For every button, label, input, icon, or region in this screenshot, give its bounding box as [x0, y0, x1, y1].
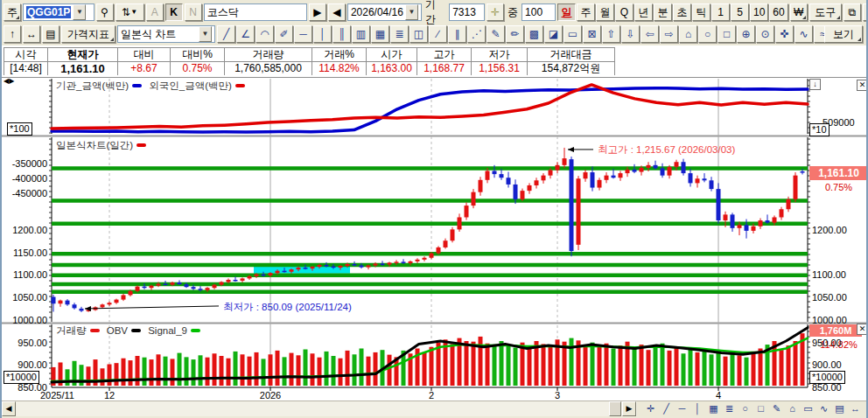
fit-width-icon[interactable]: ↔ [23, 25, 40, 43]
date-dropdown-icon[interactable]: ▼ [405, 4, 418, 20]
axis-label: 850.00 [812, 382, 858, 393]
timeframe-1-button[interactable]: 1 [711, 3, 730, 21]
price-indicator-button[interactable]: 가격지표 [61, 25, 116, 43]
horizontal-line-icon[interactable]: ─ [294, 25, 312, 43]
timeframe-일-button[interactable]: 일 [557, 3, 576, 21]
timeframe-년-button[interactable]: 년 [634, 3, 653, 21]
trendline-icon[interactable]: ╱ [217, 25, 235, 43]
wave1-icon[interactable]: ∿ [794, 25, 813, 43]
fit-icon[interactable]: ↔ [848, 401, 863, 416]
exit-icon[interactable]: ⌂ [679, 25, 697, 43]
horizontal-scrollbar[interactable]: ◀ ▶ [2, 401, 637, 416]
scroll-thumb[interactable] [609, 401, 621, 416]
count-input[interactable]: 100 [522, 3, 556, 21]
scroll-left-button[interactable]: ◀ [2, 401, 16, 416]
rect-icon[interactable]: □ [718, 25, 736, 43]
up-arrow-icon[interactable]: ↑ [4, 25, 21, 43]
axis-label: 1050.00 [812, 292, 858, 303]
close-volume-icon[interactable]: ✕ [857, 324, 868, 335]
crosshair-icon[interactable]: ✛ [643, 401, 658, 416]
timeframe-분-button[interactable]: 분 [654, 3, 672, 21]
indicator-edit-icon[interactable]: ▤ [42, 25, 60, 43]
institution-line-marker [132, 84, 142, 87]
symbol-code-input[interactable]: QGG01P▼ [23, 3, 94, 21]
parallel-lines-icon[interactable]: ∥ [448, 25, 466, 43]
pencil-icon[interactable]: ✎ [486, 25, 505, 43]
arrow-up-icon[interactable]: ⇧ [602, 25, 620, 43]
open-chart-icon[interactable]: ⧉ [844, 3, 861, 21]
delete-x-icon[interactable]: ⊠ [583, 25, 601, 43]
align-list-icon[interactable]: ≣ [722, 401, 737, 416]
quote-value: [14:48] [4, 62, 47, 75]
timeframe-Q-button[interactable]: Q [615, 3, 634, 21]
horizontal-line-icon[interactable]: ─ [675, 401, 690, 416]
circle-icon[interactable]: ○ [698, 25, 717, 43]
scroll-right-button[interactable]: ▶ [622, 401, 636, 416]
fib-pen-icon[interactable]: ✐ [275, 25, 293, 43]
grid-icon[interactable]: ▦ [706, 401, 721, 416]
vertical-line-icon[interactable]: │ [690, 401, 705, 416]
grid-icon[interactable]: ▦ [371, 25, 389, 43]
hatch-lines-icon[interactable]: ⋰ [467, 25, 486, 43]
timeframe-주-button[interactable]: 주 [577, 3, 595, 21]
quote-header: 대비 [118, 48, 170, 62]
angle-line-icon[interactable]: ∠ [236, 25, 255, 43]
instrument-name-input[interactable]: 코스닥 [204, 3, 307, 21]
market-k-button[interactable]: K [165, 3, 183, 21]
circle-icon[interactable]: ○ [738, 401, 752, 416]
timeframe-초-button[interactable]: 초 [673, 3, 691, 21]
eraser-icon[interactable]: ◪ [544, 25, 563, 43]
drawing-toolbar: ↑ ↔ ▤ 가격지표 일본식 차트▼ ╱∠◠✐─│║▥▦≣◫∕∥⋰✎✏▩◪▭⊠⇧… [4, 24, 851, 44]
move-icon[interactable]: ✛ [486, 3, 504, 21]
search-icon[interactable]: ⚲ [96, 3, 114, 21]
zoom-area-icon[interactable]: ⊕ [737, 25, 755, 43]
timeframe-월-button[interactable]: 월 [596, 3, 614, 21]
chart-type-select[interactable]: 일본식 차트▼ [117, 25, 215, 43]
pane-nav-icon[interactable]: ◀▶ [4, 77, 14, 85]
stock-type-button[interactable]: 주 [4, 3, 21, 21]
next-symbol-button[interactable]: ▶ [309, 3, 326, 21]
sort-list-button[interactable]: ⇅▼ [116, 3, 144, 21]
currency-button[interactable]: ₩ [790, 3, 808, 21]
dense-vline-icon[interactable]: ▥ [352, 25, 370, 43]
timeframe-10-button[interactable]: 10 [750, 3, 768, 21]
chart-canvas[interactable]: 최고가 : 1,215.67 (2026/03/03)최저가 : 850.09 … [2, 75, 868, 401]
channel-icon[interactable]: ◫ [410, 25, 428, 43]
multi-vline-icon[interactable]: ║ [332, 25, 351, 43]
period-input[interactable]: 7313 [449, 3, 485, 21]
exit-icon[interactable]: ⌂ [785, 401, 800, 416]
align-list-icon[interactable]: ≣ [390, 25, 409, 43]
wave-icon[interactable]: ∿ [816, 401, 831, 416]
short-diagonal-icon[interactable]: ∕ [429, 25, 447, 43]
zoom-chart-icon[interactable]: ⊙ [756, 25, 774, 43]
view-button[interactable]: 보기 [824, 25, 863, 43]
save-icon[interactable]: ▣ [863, 3, 868, 21]
rect-icon[interactable]: □ [753, 401, 768, 416]
axis-label: 1050.00 [7, 292, 47, 303]
move-crosshair-icon[interactable]: ✜ [775, 25, 794, 43]
prev-symbol-button[interactable]: ◀ [328, 3, 346, 21]
timeframe-틱-button[interactable]: 틱 [692, 3, 710, 21]
collapse-pane-icon[interactable]: ↓ [809, 79, 821, 90]
select-edit-icon[interactable]: ▭ [801, 401, 816, 416]
pencil-icon[interactable]: ✎ [769, 401, 784, 416]
axis-label: 1200.00 [812, 225, 858, 235]
timeframe-60-button[interactable]: 60 [769, 3, 788, 21]
arrow-left-icon[interactable]: ⇦ [640, 25, 659, 43]
arrow-down-icon[interactable]: ⇩ [621, 25, 640, 43]
close-indicator-icon[interactable]: ✕ [857, 80, 868, 91]
edit-tools-icon[interactable]: ✏ [506, 25, 524, 43]
vertical-line-icon[interactable]: │ [313, 25, 332, 43]
date-picker[interactable]: 2026/04/16▼ [347, 3, 422, 21]
palette-icon[interactable]: ▩ [525, 25, 543, 43]
select-edit-icon[interactable]: ▭ [564, 25, 582, 43]
fan-line-icon[interactable]: ◠ [256, 25, 274, 43]
count-label: 중 [506, 5, 520, 20]
chart-type-dropdown-icon[interactable]: ▼ [199, 26, 212, 42]
trendline-icon[interactable]: ╱ [659, 401, 674, 416]
tools-menu-button[interactable]: 도구 [809, 3, 842, 21]
symbol-dropdown-icon[interactable]: ▼ [73, 4, 86, 20]
arrow-right-icon[interactable]: ⇨ [660, 25, 678, 43]
timeframe-5-button[interactable]: 5 [731, 3, 749, 21]
note-icon[interactable]: ▤ [832, 401, 847, 416]
